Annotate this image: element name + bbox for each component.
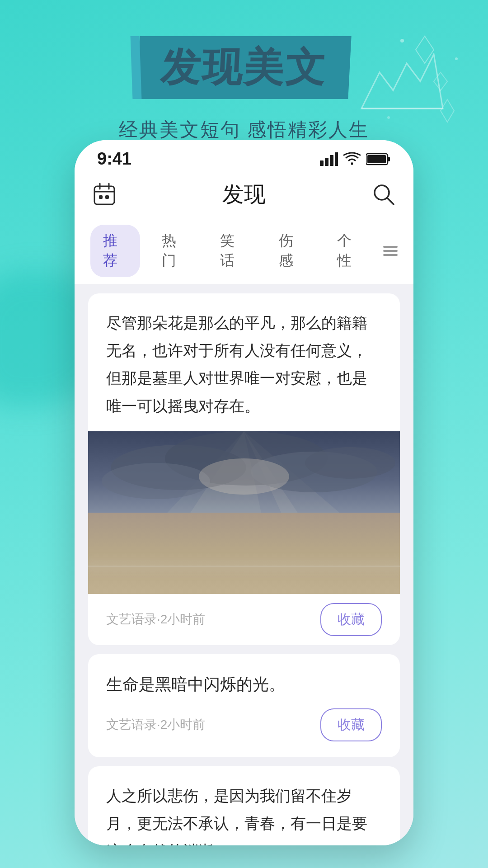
card-1-text: 尽管那朵花是那么的平凡，那么的籍籍无名，也许对于所有人没有任何意义，但那是墓里人… xyxy=(88,293,400,431)
svg-point-31 xyxy=(305,447,395,479)
card-1-collect-button[interactable]: 收藏 xyxy=(320,603,382,636)
main-title: 发现美文 xyxy=(160,41,328,94)
card-2-text: 生命是黑暗中闪烁的光。 xyxy=(106,670,382,699)
svg-rect-37 xyxy=(337,526,400,538)
landscape-svg xyxy=(88,431,400,594)
search-nav-icon[interactable] xyxy=(372,183,395,206)
decoration-svg xyxy=(325,27,461,154)
svg-point-32 xyxy=(199,458,289,495)
card-3: 人之所以悲伤，是因为我们留不住岁月，更无法不承认，青春，有一日是要这么自然的消逝 xyxy=(88,766,400,845)
category-tabs: 推荐 热门 笑话 伤感 个性 xyxy=(75,218,413,284)
card-2-meta: 文艺语录·2小时前 xyxy=(106,716,205,733)
svg-point-34 xyxy=(88,517,192,553)
svg-point-5 xyxy=(455,57,458,60)
svg-rect-10 xyxy=(330,155,333,166)
status-icons xyxy=(320,152,391,166)
svg-rect-35 xyxy=(88,528,178,544)
svg-rect-11 xyxy=(335,152,338,166)
tab-more-button[interactable] xyxy=(383,246,398,256)
svg-rect-15 xyxy=(94,186,114,204)
status-time: 9:41 xyxy=(97,149,131,169)
calendar-nav-icon[interactable] xyxy=(93,183,116,206)
phone-mockup: 9:41 xyxy=(75,140,413,845)
nav-bar: 发现 xyxy=(75,173,413,218)
tab-hot[interactable]: 热门 xyxy=(149,225,199,277)
card-2-collect-button[interactable]: 收藏 xyxy=(320,708,382,741)
title-banner: 发现美文 xyxy=(136,36,351,99)
wifi-icon xyxy=(343,152,361,166)
battery-icon xyxy=(366,153,391,165)
nav-title: 发现 xyxy=(222,180,266,209)
svg-line-22 xyxy=(387,198,394,204)
card-2: 生命是黑暗中闪烁的光。 文艺语录·2小时前 收藏 xyxy=(88,654,400,757)
card-1-image xyxy=(88,431,400,594)
svg-rect-20 xyxy=(105,195,109,199)
svg-point-40 xyxy=(190,535,298,553)
status-bar: 9:41 xyxy=(75,140,413,173)
tab-jokes[interactable]: 笑话 xyxy=(207,225,257,277)
content-area: 尽管那朵花是那么的平凡，那么的籍籍无名，也许对于所有人没有任何意义，但那是墓里人… xyxy=(75,284,413,845)
svg-point-4 xyxy=(400,39,404,42)
card-2-footer: 文艺语录·2小时前 收藏 xyxy=(106,708,382,741)
card-1-meta: 文艺语录·2小时前 xyxy=(106,611,205,628)
card-3-text: 人之所以悲伤，是因为我们留不住岁月，更无法不承认，青春，有一日是要这么自然的消逝 xyxy=(106,782,382,845)
svg-rect-38 xyxy=(124,521,151,530)
svg-point-6 xyxy=(387,116,390,119)
svg-point-30 xyxy=(102,463,210,499)
svg-rect-33 xyxy=(88,526,400,594)
svg-rect-8 xyxy=(320,160,324,166)
svg-marker-0 xyxy=(361,54,443,108)
tab-sad[interactable]: 伤感 xyxy=(266,225,316,277)
svg-rect-9 xyxy=(325,158,328,166)
signal-icon xyxy=(320,152,338,166)
tab-personality[interactable]: 个性 xyxy=(324,225,374,277)
svg-rect-39 xyxy=(131,515,134,524)
svg-rect-14 xyxy=(367,155,386,163)
svg-rect-13 xyxy=(388,157,390,161)
tab-recommend[interactable]: 推荐 xyxy=(90,225,140,277)
svg-point-36 xyxy=(319,519,400,542)
card-1: 尽管那朵花是那么的平凡，那么的籍籍无名，也许对于所有人没有任何意义，但那是墓里人… xyxy=(88,293,400,645)
svg-rect-19 xyxy=(99,195,103,199)
svg-marker-3 xyxy=(434,72,447,90)
svg-marker-7 xyxy=(441,99,454,122)
card-1-footer: 文艺语录·2小时前 收藏 xyxy=(88,594,400,645)
app-header: 发现美文 经典美文短句 感悟精彩人生 xyxy=(0,0,488,160)
